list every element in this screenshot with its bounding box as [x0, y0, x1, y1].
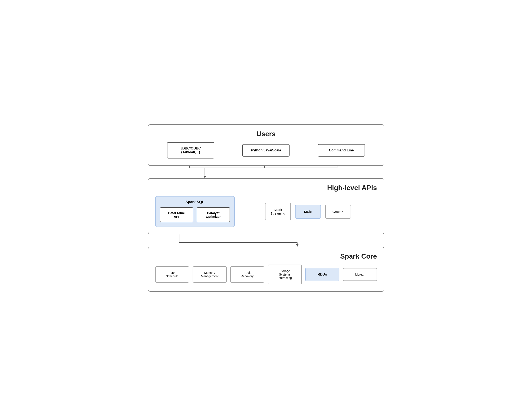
diagram-container: Users JDBC/ODBC(Tableau,...) Python/Java… [148, 124, 384, 292]
svg-marker-5 [203, 176, 206, 178]
spark-sql-box: Spark SQL DataFrameAPI CatalystOptimizer [155, 196, 235, 227]
catalyst-optimizer-box: CatalystOptimizer [197, 207, 230, 222]
storage-systems-box: StorageSystemsInteracting [268, 265, 302, 284]
apis-section: High-level APIs Spark SQL DataFrameAPI C… [148, 178, 384, 234]
mlib-box: MLib [295, 205, 321, 219]
apis-title: High-level APIs [155, 184, 377, 192]
users-to-apis-connector [148, 166, 384, 178]
rdds-box: RDDs [305, 268, 339, 281]
users-row: JDBC/ODBC(Tableau,...) Python/Java/Scala… [155, 142, 377, 159]
graphx-box: GraphX [325, 205, 351, 219]
more-box: More... [343, 268, 377, 281]
spark-core-section: Spark Core TaskSchedule MemoryManagement… [148, 247, 384, 292]
spark-streaming-box: SparkStreaming [265, 203, 291, 220]
task-schedule-box: TaskSchedule [155, 266, 189, 283]
spark-sql-title: Spark SQL [160, 200, 230, 204]
svg-marker-9 [296, 244, 299, 247]
dataframe-api-box: DataFrameAPI [160, 207, 193, 222]
users-section: Users JDBC/ODBC(Tableau,...) Python/Java… [148, 124, 384, 166]
memory-management-box: MemoryManagement [193, 266, 227, 283]
jdbc-box: JDBC/ODBC(Tableau,...) [167, 142, 214, 159]
api-boxes-row: SparkStreaming MLib GraphX [239, 203, 377, 220]
cmdline-box: Command Line [318, 144, 365, 157]
apis-content: Spark SQL DataFrameAPI CatalystOptimizer… [155, 196, 377, 227]
spark-sql-inner: DataFrameAPI CatalystOptimizer [160, 207, 230, 222]
spark-core-title: Spark Core [155, 252, 377, 260]
apis-to-core-connector [148, 234, 384, 247]
core-content: TaskSchedule MemoryManagement FaultRecov… [155, 265, 377, 284]
fault-recovery-box: FaultRecovery [230, 266, 264, 283]
python-box: Python/Java/Scala [242, 144, 290, 157]
users-title: Users [155, 130, 377, 138]
